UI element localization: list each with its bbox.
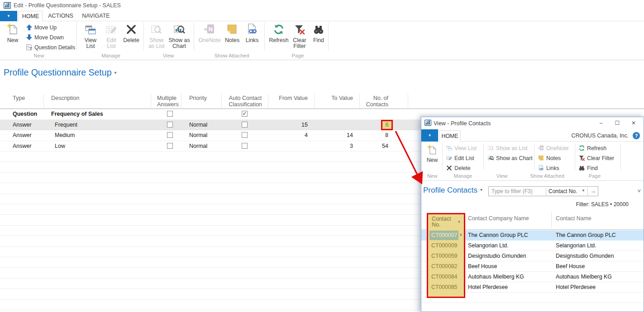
cell-priority: Normal	[189, 132, 207, 138]
clear-filter-button[interactable]: Clear Filter	[578, 155, 614, 163]
apply-filter-icon[interactable]: →	[590, 188, 596, 194]
new-button[interactable]: New	[424, 144, 440, 163]
auto-contact-checkbox[interactable]	[242, 111, 248, 117]
maximize-button[interactable]: ☐	[611, 119, 624, 127]
tab-actions[interactable]: ACTIONS	[45, 11, 76, 21]
main-table-header: Type Description Multiple Answers Priori…	[0, 93, 644, 109]
page-title-caret-icon[interactable]: ▾	[480, 187, 482, 192]
highlighted-contact-no-column: Contact No. ▲ CT000007 ˅ CT000009 CT0000…	[427, 213, 465, 298]
col-description[interactable]: Description	[51, 95, 80, 101]
filter-input[interactable]: Type to filter (F3)	[491, 188, 533, 194]
auto-contact-checkbox[interactable]	[242, 132, 248, 138]
cell-contact-no-selected[interactable]: CT000007	[429, 231, 458, 240]
sort-ascending-icon[interactable]: ▲	[457, 219, 461, 223]
tab-home[interactable]: HOME	[19, 11, 43, 22]
ribbon-group-manage: Manage	[93, 53, 129, 58]
col-priority[interactable]: Priority	[189, 95, 207, 101]
col-contact-name[interactable]: Contact Name	[556, 215, 592, 222]
show-as-chart-icon	[173, 23, 186, 36]
col-contact-no[interactable]: Contact No.	[432, 216, 458, 228]
expand-chevron-icon[interactable]: ˅	[637, 188, 641, 194]
col-auto-contact[interactable]: Auto Contact Classification	[229, 95, 262, 108]
popup-page-title: Profile Contacts▾	[423, 186, 482, 195]
cell-contact-no[interactable]: CT000084	[429, 272, 463, 282]
show-as-chart-button[interactable]: Show as Chart	[487, 155, 533, 163]
app-menu-caret-icon: ▼	[428, 133, 432, 137]
popup-titlebar: View - Profile Contacts – ☐ ✕	[421, 117, 644, 129]
delete-icon	[125, 23, 138, 36]
ribbon-group-view: View	[150, 53, 186, 58]
col-contact-company-name[interactable]: Contact Company Name	[468, 215, 529, 222]
filter-column-select[interactable]: Contact No.	[549, 188, 577, 194]
question-details-button[interactable]: Question Details	[26, 44, 75, 52]
highlighted-no-of-contacts-cell[interactable]: 6	[381, 120, 393, 130]
ribbon-group-show-attached: Show Attached	[205, 53, 259, 58]
cell-contact-no[interactable]: CT000082	[429, 262, 463, 271]
tab-navigate[interactable]: NAVIGATE	[80, 11, 112, 21]
find-icon	[578, 165, 585, 171]
col-multiple-answers[interactable]: Multiple Answers	[157, 95, 180, 108]
view-list-button[interactable]: View List	[81, 23, 100, 49]
application-menu-button[interactable]: ▼	[0, 11, 17, 21]
ribbon-group-view: View	[484, 173, 520, 179]
multiple-answers-checkbox[interactable]	[167, 132, 173, 138]
page-title-caret-icon[interactable]: ▾	[114, 70, 116, 75]
cell-contact-no[interactable]: CT000085	[429, 283, 463, 292]
close-button[interactable]: ✕	[627, 119, 640, 127]
application-menu-button[interactable]: ▼	[421, 129, 438, 142]
new-button[interactable]: New	[4, 23, 22, 43]
col-from-value[interactable]: From Value	[272, 95, 308, 101]
delete-button[interactable]: Delete	[446, 165, 471, 173]
col-to-value[interactable]: To Value	[317, 95, 353, 101]
move-up-icon	[26, 24, 33, 31]
notes-button[interactable]: Notes	[538, 155, 561, 163]
move-down-button[interactable]: Move Down	[26, 34, 64, 42]
cell-description: Frequency of Sales	[51, 111, 103, 117]
refresh-button[interactable]: Refresh	[578, 145, 606, 153]
ribbon-group-show-attached: Show Attached	[520, 173, 574, 179]
cell-company: Selangorian Ltd.	[468, 242, 509, 249]
minimize-button[interactable]: –	[595, 119, 607, 127]
links-button[interactable]: Links	[538, 165, 559, 173]
tab-home[interactable]: HOME	[439, 130, 461, 142]
help-icon[interactable]: ?	[633, 132, 640, 139]
auto-contact-checkbox[interactable]	[242, 143, 248, 149]
app-logo-icon	[425, 119, 431, 126]
show-as-list-icon	[487, 145, 494, 151]
multiple-answers-checkbox[interactable]	[167, 122, 173, 128]
multiple-answers-checkbox[interactable]	[167, 111, 173, 117]
view-list-icon	[84, 23, 97, 36]
app-logo-icon	[4, 2, 11, 9]
refresh-button[interactable]: Refresh	[268, 23, 290, 43]
show-as-list-button: Show as List	[146, 23, 167, 49]
col-type[interactable]: Type	[13, 95, 25, 101]
cell-description: Medium	[55, 132, 75, 138]
cell-contact-no[interactable]: CT000059	[429, 251, 463, 261]
cell-type: Question	[13, 111, 37, 117]
filter-column-caret-icon[interactable]: ▼	[582, 189, 585, 193]
delete-button[interactable]: Delete	[121, 23, 141, 43]
col-no-of-contacts[interactable]: No. of Contacts	[361, 95, 388, 108]
main-ribbon: New Move Up Move Down Question Details V…	[0, 21, 644, 60]
ribbon-group-page: Page	[577, 173, 613, 179]
ribbon-group-new: New	[421, 173, 443, 179]
links-button[interactable]: Links	[243, 23, 261, 43]
ribbon-group-new: New	[27, 53, 51, 58]
view-list-icon	[446, 145, 453, 151]
notes-icon	[538, 155, 544, 161]
edit-list-button[interactable]: Edit List	[446, 155, 474, 163]
auto-contact-checkbox[interactable]	[242, 122, 248, 128]
notes-button[interactable]: Notes	[223, 23, 241, 43]
cell-dropdown-chevron-icon[interactable]: ˅	[459, 232, 462, 237]
new-page-icon	[427, 144, 438, 156]
find-button[interactable]: Find	[578, 165, 598, 173]
cell-type: Answer	[13, 143, 32, 149]
ribbon-group-manage: Manage	[445, 173, 481, 179]
find-button[interactable]: Find	[310, 23, 328, 43]
app-menu-caret-icon: ▼	[7, 14, 10, 18]
cell-contact-no[interactable]: CT000009	[429, 241, 463, 251]
move-up-button[interactable]: Move Up	[26, 24, 57, 32]
multiple-answers-checkbox[interactable]	[167, 143, 173, 149]
clear-filter-button[interactable]: Clear Filter	[291, 23, 309, 49]
show-as-chart-button[interactable]: Show as Chart	[167, 23, 191, 49]
